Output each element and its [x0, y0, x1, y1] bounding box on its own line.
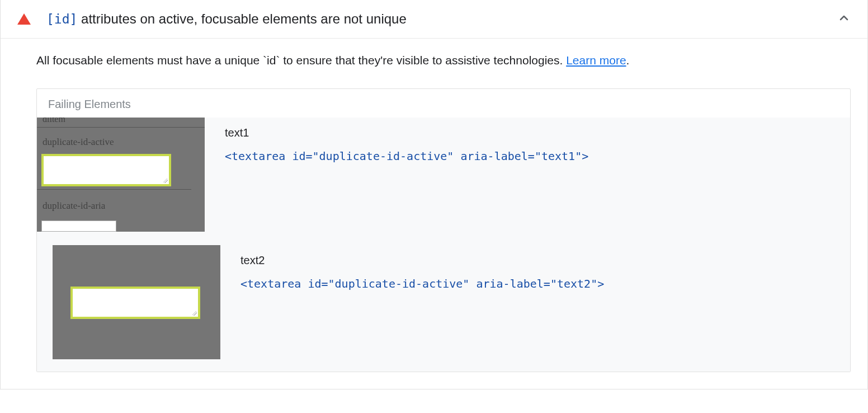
learn-more-link[interactable]: Learn more	[566, 54, 626, 67]
thumb-highlight-box	[70, 287, 200, 319]
description-period: .	[626, 54, 630, 67]
thumb-label: duplicate-id-aria	[43, 200, 105, 212]
thumb-divider	[37, 189, 191, 190]
element-info: text2 <textarea id="duplicate-id-active"…	[240, 245, 850, 290]
warning-triangle-icon	[17, 13, 31, 25]
element-snippet[interactable]: <textarea id="duplicate-id-active" aria-…	[240, 277, 850, 290]
audit-panel: [id] attributes on active, focusable ele…	[0, 0, 868, 389]
thumb-highlight-box	[41, 154, 171, 186]
failing-element-row: dlitem duplicate-id-active duplicate-id-…	[37, 118, 850, 232]
audit-body: All focusable elements must have a uniqu…	[1, 39, 867, 389]
thumb-label: duplicate-id-active	[43, 137, 114, 148]
audit-title-text: attributes on active, focusable elements…	[77, 11, 406, 26]
card-body: dlitem duplicate-id-active duplicate-id-…	[37, 118, 850, 372]
failing-element-row: text2 <textarea id="duplicate-id-active"…	[37, 245, 850, 359]
failing-elements-card: Failing Elements dlitem duplicate-id-act…	[36, 88, 851, 372]
code-badge: [id]	[46, 12, 77, 26]
element-info: text1 <textarea id="duplicate-id-active"…	[225, 118, 850, 163]
element-thumbnail[interactable]	[53, 245, 220, 359]
element-label: text2	[240, 254, 850, 267]
thumb-small-box	[41, 220, 116, 232]
audit-description: All focusable elements must have a uniqu…	[36, 52, 851, 68]
chevron-up-icon[interactable]	[837, 11, 851, 27]
element-label: text1	[225, 126, 850, 139]
failing-elements-heading: Failing Elements	[37, 89, 850, 118]
description-text: All focusable elements must have a uniqu…	[36, 54, 566, 67]
audit-title: [id] attributes on active, focusable ele…	[46, 11, 837, 27]
thumb-partial-label: dlitem	[37, 118, 205, 128]
audit-header[interactable]: [id] attributes on active, focusable ele…	[1, 0, 867, 39]
element-thumbnail[interactable]: dlitem duplicate-id-active duplicate-id-…	[37, 118, 205, 232]
element-snippet[interactable]: <textarea id="duplicate-id-active" aria-…	[225, 149, 850, 163]
